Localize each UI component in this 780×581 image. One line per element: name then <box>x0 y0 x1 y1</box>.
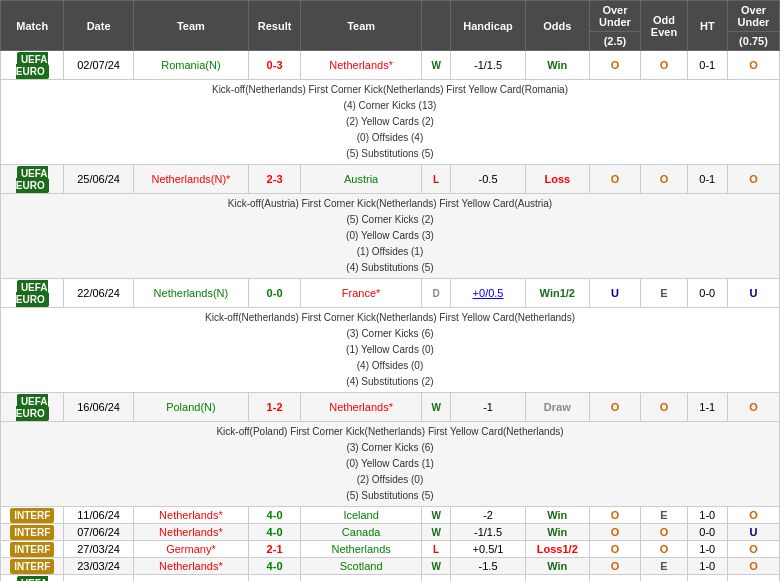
col-team2: Team <box>301 1 422 51</box>
over-under-25: O <box>589 51 641 80</box>
over-under-075: O <box>727 165 779 194</box>
handicap-value: -4.5/5 <box>451 575 526 582</box>
col-ou25-sub: (2.5) <box>589 32 641 51</box>
team2-name[interactable]: Netherlands* <box>301 393 422 422</box>
over-under-075: O <box>727 558 779 575</box>
halftime-score: 1-0 <box>687 507 727 524</box>
odds-value: Loss <box>526 165 589 194</box>
match-date: 27/03/24 <box>64 541 133 558</box>
team2-name[interactable]: Austria <box>301 165 422 194</box>
odds-value: Win1/2 <box>526 279 589 308</box>
over-under-25: O <box>589 558 641 575</box>
table-row: INTERF27/03/24Germany*2-1NetherlandsL+0.… <box>1 541 780 558</box>
table-row: UEFA EURO22/11/23Gibraltar0-6Netherlands… <box>1 575 780 582</box>
wl-indicator: D <box>422 279 451 308</box>
odd-even: E <box>641 507 687 524</box>
team2-name[interactable]: France* <box>301 279 422 308</box>
col-ou25: Over Under <box>589 1 641 32</box>
match-result: 0-0 <box>249 279 301 308</box>
odds-value: Win <box>526 524 589 541</box>
team1-name[interactable]: Romania(N) <box>133 51 248 80</box>
over-under-075: U <box>727 524 779 541</box>
halftime-score: 0-3 <box>687 575 727 582</box>
col-handicap: Handicap <box>451 1 526 51</box>
odd-even: O <box>641 541 687 558</box>
match-detail: Kick-off(Austria) First Corner Kick(Neth… <box>1 194 780 279</box>
over-under-25: O <box>589 165 641 194</box>
over-under-075: U <box>727 279 779 308</box>
col-ht: HT <box>687 1 727 51</box>
match-badge: INTERF <box>1 524 64 541</box>
odd-even: E <box>641 575 687 582</box>
team2-name[interactable]: Scotland <box>301 558 422 575</box>
table-row: UEFA EURO02/07/24Romania(N)0-3Netherland… <box>1 51 780 80</box>
over-under-25: U <box>589 279 641 308</box>
detail-row: Kick-off(Poland) First Corner Kick(Nethe… <box>1 422 780 507</box>
odds-value: Win <box>526 507 589 524</box>
match-detail: Kick-off(Poland) First Corner Kick(Nethe… <box>1 422 780 507</box>
over-under-25: O <box>589 524 641 541</box>
match-result: 0-3 <box>249 51 301 80</box>
odds-value: Loss1/2 <box>526 541 589 558</box>
team1-name[interactable]: Netherlands(N) <box>133 279 248 308</box>
detail-row: Kick-off(Netherlands) First Corner Kick(… <box>1 80 780 165</box>
team1-name[interactable]: Netherlands* <box>133 558 248 575</box>
handicap-value: -1/1.5 <box>451 524 526 541</box>
table-row: INTERF23/03/24Netherlands*4-0ScotlandW-1… <box>1 558 780 575</box>
match-date: 07/06/24 <box>64 524 133 541</box>
halftime-score: 1-1 <box>687 393 727 422</box>
table-row: INTERF11/06/24Netherlands*4-0IcelandW-2W… <box>1 507 780 524</box>
team1-name[interactable]: Netherlands(N)* <box>133 165 248 194</box>
match-badge: INTERF <box>1 507 64 524</box>
col-ou75-sub: (0.75) <box>727 32 779 51</box>
odds-value: Win <box>526 51 589 80</box>
wl-indicator: W <box>422 507 451 524</box>
detail-row: Kick-off(Netherlands) First Corner Kick(… <box>1 308 780 393</box>
halftime-score: 1-0 <box>687 541 727 558</box>
over-under-075: O <box>727 393 779 422</box>
over-under-25: O <box>589 393 641 422</box>
wl-indicator: W <box>422 51 451 80</box>
odd-even: O <box>641 524 687 541</box>
match-date: 23/03/24 <box>64 558 133 575</box>
wl-indicator: W <box>422 393 451 422</box>
team1-name[interactable]: Netherlands* <box>133 507 248 524</box>
team2-name[interactable]: Netherlands* <box>301 575 422 582</box>
match-date: 22/06/24 <box>64 279 133 308</box>
table-row: UEFA EURO22/06/24Netherlands(N)0-0France… <box>1 279 780 308</box>
match-badge: UEFA EURO <box>1 279 64 308</box>
odd-even: E <box>641 558 687 575</box>
match-result: 0-6 <box>249 575 301 582</box>
match-badge: UEFA EURO <box>1 393 64 422</box>
handicap-value: -2 <box>451 507 526 524</box>
over-under-075: O <box>727 507 779 524</box>
odds-value: Win <box>526 575 589 582</box>
halftime-score: 0-0 <box>687 279 727 308</box>
over-under-25: O <box>589 541 641 558</box>
col-team1: Team <box>133 1 248 51</box>
team1-name[interactable]: Gibraltar <box>133 575 248 582</box>
match-result: 4-0 <box>249 558 301 575</box>
col-match: Match <box>1 1 64 51</box>
wl-indicator: W <box>422 558 451 575</box>
halftime-score: 0-1 <box>687 165 727 194</box>
match-badge: INTERF <box>1 558 64 575</box>
odd-even: O <box>641 51 687 80</box>
match-date: 11/06/24 <box>64 507 133 524</box>
match-badge: UEFA EURO <box>1 575 64 582</box>
team2-name[interactable]: Iceland <box>301 507 422 524</box>
team1-name[interactable]: Germany* <box>133 541 248 558</box>
over-under-075: O <box>727 575 779 582</box>
team1-name[interactable]: Poland(N) <box>133 393 248 422</box>
match-result: 1-2 <box>249 393 301 422</box>
over-under-075: O <box>727 541 779 558</box>
team2-name[interactable]: Canada <box>301 524 422 541</box>
match-date: 25/06/24 <box>64 165 133 194</box>
team2-name[interactable]: Netherlands* <box>301 51 422 80</box>
team2-name[interactable]: Netherlands <box>301 541 422 558</box>
match-badge: UEFA EURO <box>1 51 64 80</box>
handicap-value: -1/1.5 <box>451 51 526 80</box>
team1-name[interactable]: Netherlands* <box>133 524 248 541</box>
col-ou75: Over Under <box>727 1 779 32</box>
halftime-score: 0-1 <box>687 51 727 80</box>
